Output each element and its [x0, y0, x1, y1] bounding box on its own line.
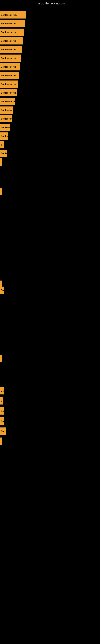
bar-label: Bo: [0, 418, 4, 425]
bar-row: Bottleneck resu: [0, 20, 25, 27]
bar-label: Bottleneck res: [0, 72, 19, 79]
bar-label: Bottleneck res: [0, 63, 20, 70]
bar-row: Bottleneck res: [0, 54, 21, 62]
bar-row: Bottleneck: [0, 132, 8, 140]
bar-row: |: [0, 280, 1, 288]
bar-label: Bo: [0, 407, 4, 414]
bar-label: Bottleneck resu: [0, 28, 24, 36]
bar-label: Bottleneck res: [0, 80, 18, 88]
bar-label: Bottleneck re: [0, 98, 15, 105]
bar-label: Bo: [0, 387, 4, 394]
bar-row: Bo: [0, 407, 4, 414]
bar-label: Bottleneck r: [0, 106, 13, 114]
bar-label: Bottleneck resu: [0, 11, 26, 18]
bar-row: |: [0, 188, 1, 195]
bar-row: Bottle: [0, 150, 7, 157]
chart-container: Bottleneck resuBottleneck resuBottleneck…: [0, 7, 100, 644]
bar-row: Bottleneck resu: [0, 11, 26, 18]
bar-row: B: [0, 397, 3, 404]
bar-row: Bottleneck res: [0, 72, 19, 79]
bar-label: |: [0, 438, 1, 445]
bar-label: Bottleneck: [0, 132, 8, 140]
bar-label: Bottleneck r: [0, 115, 12, 122]
bar-label: Bottleneck res: [0, 46, 22, 53]
bar-row: Bottleneck resu: [0, 28, 24, 36]
bar-label: |: [0, 188, 1, 195]
bar-label: Bottleneck res: [0, 37, 23, 44]
bar-row: Bo: [0, 387, 4, 394]
bar-row: Bottleneck re: [0, 98, 15, 105]
bar-row: Bottleneck r: [0, 115, 12, 122]
bar-row: Bo: [0, 418, 4, 425]
bar-row: |: [0, 355, 1, 362]
bar-row: Bottleneck r: [0, 124, 10, 131]
bar-row: Bottleneck r: [0, 106, 13, 114]
bar-row: Bottleneck res: [0, 89, 17, 96]
bar-row: Bottleneck res: [0, 80, 18, 88]
bar-label: Bottleneck res: [0, 89, 17, 96]
bar-label: |: [0, 355, 1, 362]
bar-label: Bottleneck r: [0, 124, 10, 131]
bar-row: Bottleneck res: [0, 46, 22, 53]
bar-label: Bottle: [0, 150, 7, 157]
bar-label: B: [0, 141, 4, 148]
bar-label: Bottleneck res: [0, 54, 21, 62]
bar-row: Bottleneck res: [0, 37, 23, 44]
bar-label: |: [0, 158, 1, 166]
bar-row: B: [0, 141, 4, 148]
bar-label: |: [0, 280, 1, 288]
bar-label: Bottleneck resu: [0, 20, 25, 27]
site-title: TheBottlenecker.com: [0, 0, 100, 7]
bar-row: |: [0, 438, 1, 445]
bar-label: Bot: [0, 428, 6, 435]
bar-row: Bottleneck res: [0, 63, 20, 70]
bar-row: |: [0, 158, 1, 166]
bar-row: Bot: [0, 428, 6, 435]
bar-label: B: [0, 397, 3, 404]
